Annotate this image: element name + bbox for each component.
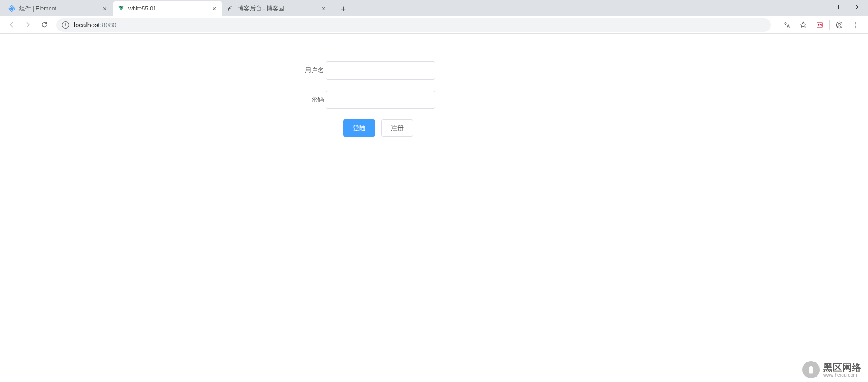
- watermark-sub: www.heiqu.com: [823, 372, 862, 377]
- mcafee-icon[interactable]: [812, 18, 827, 32]
- watermark-text: 黑区网络 www.heiqu.com: [823, 362, 862, 377]
- forward-button[interactable]: [21, 18, 35, 32]
- window-controls: [805, 0, 868, 15]
- cnblogs-logo-icon: [227, 5, 234, 12]
- tab-title: 组件 | Element: [19, 5, 101, 13]
- svg-point-8: [855, 24, 856, 25]
- password-row: 密码: [295, 90, 435, 109]
- back-button[interactable]: [5, 18, 18, 32]
- profile-avatar-icon[interactable]: [832, 18, 847, 32]
- tab-title: white55-01: [128, 5, 211, 12]
- password-label: 密码: [295, 96, 324, 104]
- tab-separator: [333, 4, 333, 13]
- tab-element[interactable]: 组件 | Element ×: [4, 1, 113, 16]
- register-button[interactable]: 注册: [381, 119, 413, 137]
- login-form: 用户名 密码 登陆 注册: [295, 61, 435, 137]
- kebab-menu-icon[interactable]: [848, 18, 863, 32]
- close-icon[interactable]: ×: [320, 5, 327, 12]
- password-input[interactable]: [326, 91, 435, 109]
- watermark-main: 黑区网络: [823, 362, 862, 372]
- url-port: :8080: [100, 21, 116, 29]
- username-input[interactable]: [326, 61, 435, 80]
- close-icon[interactable]: ×: [101, 5, 108, 12]
- svg-point-7: [855, 22, 856, 23]
- url-text: localhost:8080: [74, 21, 117, 29]
- bookmark-star-icon[interactable]: [796, 18, 811, 32]
- vue-logo-icon: [118, 5, 125, 12]
- tab-title: 博客后台 - 博客园: [238, 5, 320, 13]
- element-logo-icon: [8, 5, 15, 12]
- address-bar[interactable]: i localhost:8080: [56, 18, 771, 32]
- reload-button[interactable]: [37, 18, 51, 32]
- form-buttons: 登陆 注册: [343, 119, 413, 137]
- svg-rect-3: [835, 5, 838, 9]
- url-host: localhost: [74, 21, 100, 29]
- watermark: 黑区网络 www.heiqu.com: [802, 361, 862, 378]
- maximize-button[interactable]: [826, 0, 847, 14]
- new-tab-button[interactable]: [337, 2, 349, 15]
- browser-toolbar: i localhost:8080: [0, 16, 868, 34]
- tab-white55-01[interactable]: white55-01 ×: [113, 1, 222, 16]
- watermark-logo-icon: [802, 361, 820, 378]
- svg-point-10: [809, 372, 813, 374]
- close-icon[interactable]: ×: [211, 5, 218, 12]
- close-window-button[interactable]: [847, 0, 868, 14]
- tab-cnblogs[interactable]: 博客后台 - 博客园 ×: [222, 1, 332, 16]
- login-button[interactable]: 登陆: [343, 119, 375, 137]
- toolbar-separator: [829, 20, 830, 30]
- svg-point-2: [228, 10, 229, 11]
- svg-point-9: [855, 26, 856, 27]
- browser-tab-strip: 组件 | Element × white55-01 × 博客后台 - 博客园 ×: [0, 0, 868, 16]
- translate-icon[interactable]: [779, 18, 795, 32]
- username-row: 用户名: [295, 61, 435, 80]
- page-content: 用户名 密码 登陆 注册 黑区网络 www.heiqu.com: [0, 34, 868, 382]
- svg-marker-1: [10, 7, 14, 10]
- toolbar-right-icons: [779, 18, 863, 32]
- svg-point-6: [838, 23, 841, 25]
- minimize-button[interactable]: [805, 0, 826, 14]
- site-info-icon[interactable]: i: [62, 21, 69, 29]
- username-label: 用户名: [295, 66, 324, 75]
